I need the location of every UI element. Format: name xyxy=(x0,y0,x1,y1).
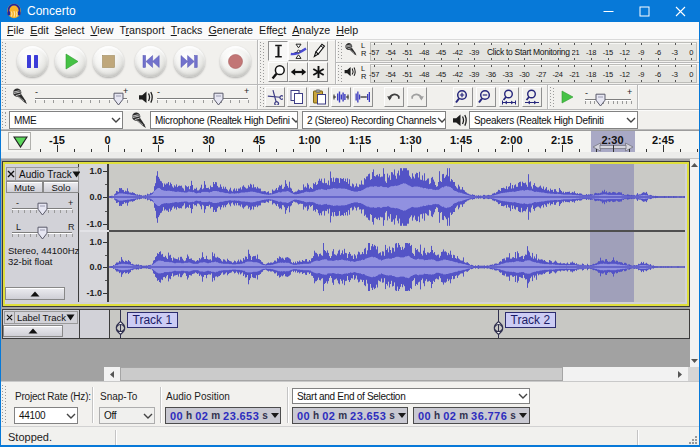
label-text-box[interactable]: Track 2 xyxy=(505,312,557,328)
recording-meter-bar[interactable]: -57-54-51-48-45-42-39-36-33-30-27-24-21-… xyxy=(370,42,697,61)
collapse-track-button[interactable] xyxy=(5,287,65,300)
menu-effect[interactable]: Effect xyxy=(256,22,289,40)
skip-to-end-button[interactable] xyxy=(174,46,205,77)
menu-file[interactable]: File xyxy=(4,22,27,40)
maximize-button[interactable] xyxy=(626,0,662,22)
menu-help[interactable]: Help xyxy=(333,22,361,40)
play-at-speed-button[interactable] xyxy=(556,87,578,107)
solo-button[interactable]: Solo xyxy=(43,181,79,193)
audio-track-close-button[interactable] xyxy=(7,168,16,180)
monitor-overlay-text[interactable]: Click to Start Monitoring xyxy=(485,47,572,57)
recording-volume-slider-thumb[interactable] xyxy=(113,92,124,106)
device-toolbar-gripper[interactable] xyxy=(2,112,7,128)
scroll-left-button[interactable] xyxy=(104,367,120,381)
vertical-scrollbar[interactable] xyxy=(690,159,699,367)
paste-button[interactable] xyxy=(309,87,329,107)
audio-position-field[interactable]: 00h02m23.653s xyxy=(165,407,281,424)
timeline-ruler[interactable]: -1501530451:001:151:301:452:002:152:302:… xyxy=(0,130,700,152)
play-at-speed-gripper[interactable] xyxy=(550,87,555,108)
horizontal-scrollbar[interactable] xyxy=(104,367,688,381)
multi-tool-button[interactable] xyxy=(308,62,328,82)
playback-meter-scale-label: -51 xyxy=(402,70,412,79)
audio-host-select-value: MME xyxy=(14,115,36,126)
scroll-down-button[interactable] xyxy=(690,355,699,367)
undo-button[interactable] xyxy=(384,87,404,107)
zoom-tool-button[interactable] xyxy=(268,62,288,82)
minimize-button[interactable] xyxy=(590,0,626,22)
record-button[interactable] xyxy=(220,46,251,77)
zoom-tool-icon xyxy=(270,64,287,80)
playback-meter-bar[interactable]: -57-54-51-48-45-42-39-36-33-30-27-24-21-… xyxy=(370,64,697,83)
zoom-out-button[interactable] xyxy=(476,87,496,107)
label-handle-icon[interactable] xyxy=(493,321,504,335)
recording-channels-select[interactable]: 2 (Stereo) Recording Channels xyxy=(302,111,446,129)
label-track-close-button[interactable] xyxy=(5,312,15,323)
scroll-up-button[interactable] xyxy=(690,159,699,171)
copy-button[interactable] xyxy=(287,87,307,107)
tools-toolbar-gripper[interactable] xyxy=(260,42,265,83)
horizontal-scroll-thumb[interactable] xyxy=(120,367,563,381)
stop-button[interactable] xyxy=(93,46,124,77)
trim-audio-button[interactable] xyxy=(331,87,351,107)
menu-tracks[interactable]: Tracks xyxy=(168,22,206,40)
skip-to-start-button[interactable] xyxy=(135,46,166,77)
snap-to-select[interactable]: Off xyxy=(99,407,155,424)
draw-tool-button[interactable] xyxy=(308,41,328,61)
menu-generate[interactable]: Generate xyxy=(205,22,256,40)
envelope-tool-button[interactable] xyxy=(288,41,308,61)
selection-range-mode-select[interactable]: Start and End of Selection xyxy=(292,388,530,404)
label-track-menu-button[interactable] xyxy=(66,314,77,321)
audio-track-name[interactable]: Audio Track xyxy=(16,169,72,180)
audio-host-select[interactable]: MME xyxy=(9,111,123,129)
play-speed-slider-thumb[interactable] xyxy=(595,93,606,107)
transport-toolbar-gripper[interactable] xyxy=(2,42,7,83)
play-button[interactable] xyxy=(55,46,86,77)
selection-tool-button[interactable] xyxy=(268,41,288,61)
selection-end-field[interactable]: 00h02m36.776s xyxy=(413,407,530,424)
resize-grip-icon[interactable] xyxy=(689,436,698,445)
zoom-in-icon xyxy=(455,89,471,105)
cut-button[interactable] xyxy=(265,87,285,107)
selection-start-field[interactable]: 00h02m23.653s xyxy=(292,407,408,424)
selection-toolbar-separator xyxy=(92,387,93,423)
menu-edit[interactable]: Edit xyxy=(27,22,51,40)
label-track-area[interactable]: Track 1Track 2 xyxy=(109,310,689,338)
menu-analyze[interactable]: Analyze xyxy=(289,22,333,40)
fit-project-button[interactable] xyxy=(522,87,542,107)
playback-volume-slider-thumb[interactable] xyxy=(213,92,224,106)
zoom-in-button[interactable] xyxy=(453,87,473,107)
track-info-line2: 32-bit float xyxy=(8,256,52,267)
label-handle-icon[interactable] xyxy=(115,321,126,335)
playback-meter-channel-R: R xyxy=(361,73,366,81)
playback-meter-scale-label: 0 xyxy=(689,70,693,79)
menu-view[interactable]: View xyxy=(87,22,116,40)
audio-track-waveform-area[interactable] xyxy=(109,164,685,302)
pan-slider-thumb[interactable] xyxy=(37,226,48,240)
menu-select[interactable]: Select xyxy=(52,22,88,40)
trim-audio-icon xyxy=(333,89,349,105)
pinned-play-head-button[interactable] xyxy=(8,132,31,150)
playback-meter-scale-label: -45 xyxy=(436,70,446,79)
label-track-name[interactable]: Label Track xyxy=(15,312,66,323)
playback-device-select[interactable]: Speakers (Realtek High Definiti xyxy=(469,111,638,129)
play-at-speed-toolbar: -+ xyxy=(548,85,638,110)
time-shift-tool-button[interactable] xyxy=(288,62,308,82)
close-button[interactable] xyxy=(662,0,698,22)
selection-toolbar-gripper[interactable] xyxy=(2,385,7,424)
mute-button[interactable]: Mute xyxy=(6,181,43,193)
label-text-box[interactable]: Track 1 xyxy=(127,312,179,328)
fit-selection-button[interactable] xyxy=(499,87,519,107)
vertical-ruler-label: 1.0 xyxy=(89,166,102,176)
audio-position-field-unit: m xyxy=(211,410,220,421)
mixer-toolbar-gripper[interactable] xyxy=(2,87,7,108)
redo-button[interactable] xyxy=(407,87,427,107)
pause-button[interactable] xyxy=(17,46,48,77)
recording-meter-scale-label: -39 xyxy=(469,48,479,57)
gain-slider-thumb[interactable] xyxy=(37,202,48,216)
scroll-right-button[interactable] xyxy=(672,367,688,381)
project-rate-select[interactable]: 44100 xyxy=(14,407,78,424)
menu-transport[interactable]: Transport xyxy=(116,22,167,40)
recording-device-select[interactable]: Microphone (Realtek High Defini xyxy=(150,111,298,129)
silence-audio-button[interactable] xyxy=(353,87,373,107)
collapse-track-button[interactable] xyxy=(3,325,63,337)
